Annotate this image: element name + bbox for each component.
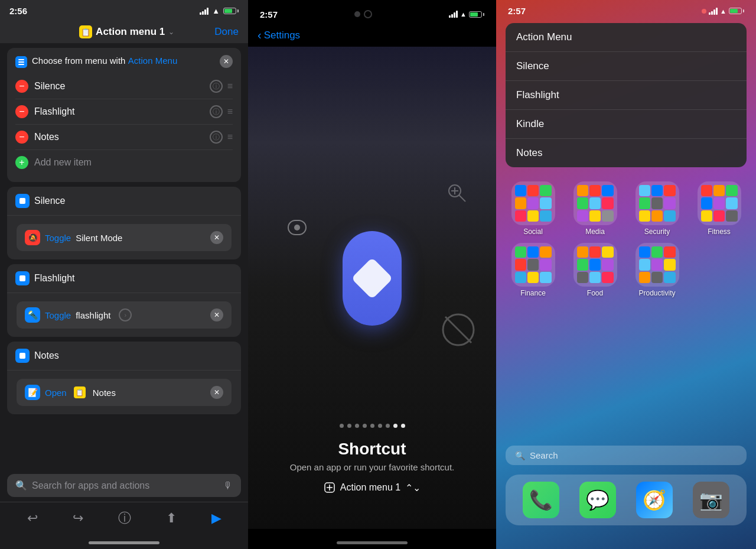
shortcuts-editor-panel: 2:56 ▲ 📋 Action menu 1 ⌄ Done: [0, 0, 248, 549]
search-bar[interactable]: 🔍 Search for apps and actions 🎙: [7, 474, 241, 497]
dock-safari-app[interactable]: 🧭: [636, 482, 673, 518]
action-menu-label[interactable]: Action Menu: [128, 56, 177, 66]
shortcut-selector[interactable]: Action menu 1 ⌃⌄: [324, 482, 421, 493]
shortcut-settings-panel: 2:57 ▲ ‹ Settings: [248, 0, 496, 549]
dropdown-label-silence: Silence: [516, 60, 549, 72]
svg-rect-1: [18, 61, 24, 63]
voice-icon: [285, 216, 309, 242]
notes-app-icon: 📋: [74, 386, 86, 398]
silence-drag-handle[interactable]: ≡: [227, 81, 233, 92]
dropdown-label-action-menu: Action Menu: [516, 31, 572, 43]
dropdown-item-flashlight[interactable]: Flashlight: [506, 81, 747, 110]
svg-rect-4: [19, 275, 25, 281]
folder-icon-finance: [511, 243, 555, 287]
menu-card-icon: [15, 56, 27, 68]
shortcut-visual-area: Shortcut Open an app or run your favorit…: [248, 47, 496, 529]
flashlight-arrow-button[interactable]: ›: [119, 308, 132, 321]
close-silence-action-button[interactable]: ✕: [210, 231, 223, 244]
folder-label-security: Security: [644, 228, 670, 236]
dropdown-item-kindle[interactable]: Kindle: [506, 110, 747, 139]
flashlight-drag-handle[interactable]: ≡: [227, 106, 233, 117]
battery-icon-p3: [729, 8, 744, 14]
app-folders-grid: Social Media: [496, 172, 756, 307]
search-icon: 🔍: [15, 480, 27, 491]
choose-menu-card: Choose from menu with Action Menu ✕ − Si…: [7, 48, 241, 182]
folder-icon-food: [573, 243, 617, 287]
list-item: − Silence ⓘ ≡: [15, 74, 233, 99]
page-dots: [340, 424, 405, 428]
folder-security[interactable]: Security: [630, 181, 685, 236]
flashlight-info-button[interactable]: ⓘ: [210, 105, 223, 118]
undo-button[interactable]: ↩: [27, 511, 38, 526]
add-item-button[interactable]: +: [15, 156, 28, 169]
status-icons-p3: ▲: [702, 8, 744, 15]
status-time-p1: 2:56: [9, 6, 27, 16]
toggle-label-flashlight: Toggle: [45, 310, 71, 320]
wifi-icon-p2: ▲: [460, 11, 467, 18]
dropdown-item-notes[interactable]: Notes: [506, 139, 747, 167]
share-button[interactable]: ⬆: [166, 511, 177, 526]
wifi-icon: ▲: [212, 7, 220, 15]
ios-search-bar[interactable]: 🔍 Search: [506, 446, 747, 465]
flashlight-action-icon: 🔦: [25, 307, 40, 323]
folder-media[interactable]: Media: [568, 181, 623, 236]
add-new-item-row[interactable]: + Add new item: [15, 150, 233, 175]
dock-phone-app[interactable]: 📞: [523, 482, 559, 518]
run-button[interactable]: ▶: [211, 511, 221, 526]
folder-label-media: Media: [585, 228, 605, 236]
done-button[interactable]: Done: [214, 26, 239, 38]
shortcut-icon-shape: [343, 231, 402, 326]
mic-icon[interactable]: 🎙: [223, 480, 233, 491]
notes-section-icon: [15, 349, 30, 363]
folder-fitness[interactable]: Fitness: [692, 181, 747, 236]
notes-section-title: Notes: [34, 350, 59, 361]
editor-header: 📋 Action menu 1 ⌄ Done: [0, 18, 248, 43]
camera-icon: 📷: [699, 489, 723, 511]
status-bar-p3: 2:57 ▲: [496, 0, 756, 18]
settings-nav: ‹ Settings: [248, 26, 496, 47]
folder-icon-social: [511, 181, 555, 225]
status-time-p2: 2:57: [260, 9, 278, 20]
dock-camera-app[interactable]: 📷: [693, 482, 729, 518]
search-icon-p3: 🔍: [515, 451, 525, 460]
shortcut-icon: 📋: [79, 25, 92, 38]
svg-rect-0: [18, 59, 24, 60]
add-new-label: Add new item: [34, 157, 92, 168]
search-label-p3: Search: [530, 450, 558, 460]
dropdown-item-action-menu[interactable]: Action Menu: [506, 23, 747, 52]
search-input[interactable]: Search for apps and actions: [32, 480, 219, 491]
folder-finance[interactable]: Finance: [506, 243, 561, 297]
svg-point-7: [294, 225, 300, 230]
selector-label: Action menu 1: [340, 482, 400, 493]
dock-messages-app[interactable]: 💬: [579, 482, 616, 518]
svg-rect-2: [18, 64, 24, 65]
notes-drag-handle[interactable]: ≡: [227, 132, 233, 142]
close-card-button[interactable]: ✕: [220, 55, 233, 68]
close-flashlight-action-button[interactable]: ✕: [210, 308, 223, 321]
battery-icon: [223, 8, 239, 14]
dynamic-island: [348, 6, 378, 22]
zoom-icon: [445, 181, 467, 205]
silence-info-button[interactable]: ⓘ: [210, 80, 223, 93]
remove-flashlight-button[interactable]: −: [15, 105, 28, 118]
back-arrow-icon: ‹: [258, 28, 262, 42]
folder-social[interactable]: Social: [506, 181, 561, 236]
info-toolbar-button[interactable]: ⓘ: [118, 509, 131, 527]
back-button[interactable]: ‹ Settings: [258, 28, 300, 42]
redo-button[interactable]: ↪: [73, 511, 83, 526]
signal-icon: [200, 8, 208, 15]
close-notes-action-button[interactable]: ✕: [210, 386, 223, 399]
list-item: − Notes ⓘ ≡: [15, 125, 233, 150]
folder-food[interactable]: Food: [568, 243, 623, 297]
remove-silence-button[interactable]: −: [15, 80, 28, 93]
folder-productivity[interactable]: Productivity: [630, 243, 685, 297]
choose-label: Choose from menu with: [32, 56, 125, 66]
dropdown-label-kindle: Kindle: [516, 118, 544, 130]
notes-info-button[interactable]: ⓘ: [210, 131, 223, 144]
folder-label-social: Social: [523, 228, 543, 236]
header-center: 📋 Action menu 1 ⌄: [79, 25, 174, 38]
dropdown-item-silence[interactable]: Silence: [506, 52, 747, 81]
remove-notes-button[interactable]: −: [15, 131, 28, 144]
notes-section: Notes 📝 Open 📋 Notes ✕: [7, 342, 241, 414]
folder-icon-media: [573, 181, 617, 225]
